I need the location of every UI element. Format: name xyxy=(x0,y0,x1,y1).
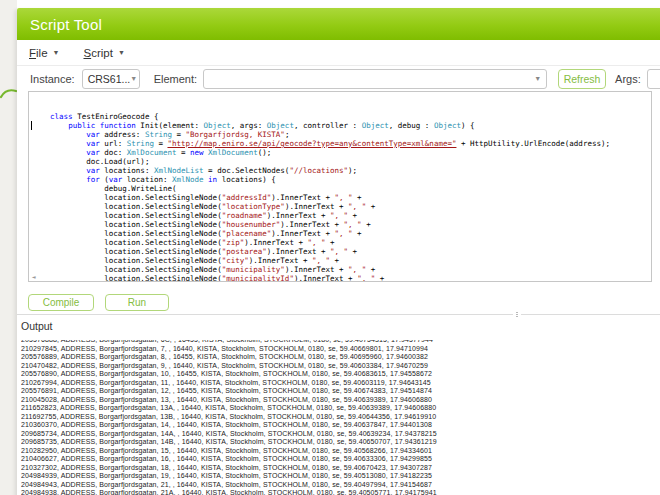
code-line: for (var location: XmlNode in locations)… xyxy=(32,175,651,184)
scroll-left-arrow-icon[interactable]: ◄ xyxy=(32,274,36,280)
menu-script[interactable]: Script ▼ xyxy=(83,47,124,59)
splitter[interactable] xyxy=(17,314,660,315)
output-panel[interactable]: 205576888, ADDRESS, Borgarfjordsgatan, 6… xyxy=(21,340,660,495)
output-row: 210282950, ADDRESS, Borgarfjordsgatan, 1… xyxy=(21,447,660,456)
menu-script-label: Script xyxy=(83,47,112,59)
refresh-button[interactable]: Refresh xyxy=(558,69,606,89)
output-row: 210470482, ADDRESS, Borgarfjordsgatan, 9… xyxy=(21,362,660,371)
output-row: 205576890, ADDRESS, Borgarfjordsgatan, 1… xyxy=(21,370,660,379)
code-line: doc.Load(url); xyxy=(32,157,651,166)
menu-file-label: File xyxy=(29,47,48,59)
toolbar: Instance: CRS61... ▼ Element: ▼ Refresh … xyxy=(17,66,660,91)
code-line: var url: String = "http://map.eniro.se/a… xyxy=(32,139,651,148)
code-line: location.SelectSingleNode("municipalityI… xyxy=(32,274,651,282)
output-row: 211652823, ADDRESS, Borgarfjordsgatan, 1… xyxy=(21,404,660,413)
code-line: var address: String = "Borgarfjordsg, KI… xyxy=(32,130,651,139)
args-input[interactable] xyxy=(647,69,660,89)
run-button[interactable]: Run xyxy=(105,294,169,311)
menu-file[interactable]: File ▼ xyxy=(29,47,59,59)
titlebar[interactable]: Script Tool xyxy=(17,8,660,40)
element-label: Element: xyxy=(154,73,197,85)
window-title: Script Tool xyxy=(17,16,102,33)
code-line: public function Init(element: Object, ar… xyxy=(32,121,651,130)
output-row: 205576891, ADDRESS, Borgarfjordsgatan, 1… xyxy=(21,387,660,396)
code-line: location.SelectSingleNode("roadname").In… xyxy=(32,211,651,220)
chevron-down-icon: ▼ xyxy=(53,49,60,56)
chevron-down-icon: ▼ xyxy=(534,75,541,82)
text-cursor xyxy=(31,121,32,130)
splitter-grip-icon[interactable] xyxy=(513,311,521,318)
chevron-down-icon: ▼ xyxy=(118,49,125,56)
args-label: Args: xyxy=(615,73,641,85)
output-row: 204984938, ADDRESS, Borgarfjordsgatan, 2… xyxy=(21,489,660,495)
chevron-down-icon: ▼ xyxy=(130,75,137,82)
code-line: location.SelectSingleNode("locationType"… xyxy=(32,202,651,211)
code-line: debug.WriteLine( xyxy=(32,184,651,193)
output-row: 204984943, ADDRESS, Borgarfjordsgatan, 2… xyxy=(21,481,660,490)
script-tool-window: Script Tool File ▼ Script ▼ Instance: CR… xyxy=(17,8,660,495)
output-label: Output xyxy=(21,320,53,332)
output-row: 210045028, ADDRESS, Borgarfjordsgatan, 1… xyxy=(21,396,660,405)
desktop-background-strip xyxy=(0,0,17,495)
code-line: class TestEniroGeocode { xyxy=(32,112,651,121)
code-line: location.SelectSingleNode("postarea").In… xyxy=(32,247,651,256)
output-row: 210360370, ADDRESS, Borgarfjordsgatan, 1… xyxy=(21,421,660,430)
code-line: var locations: XmlNodeList = doc.SelectN… xyxy=(32,166,651,175)
code-line: location.SelectSingleNode("addressId").I… xyxy=(32,193,651,202)
code-editor[interactable]: class TestEniroGeocode { public function… xyxy=(28,91,652,282)
output-row: 210297845, ADDRESS, Borgarfjordsgatan, 7… xyxy=(21,345,660,354)
output-row: 210267994, ADDRESS, Borgarfjordsgatan, 1… xyxy=(21,379,660,388)
code-line: var doc: XmlDocument = new XmlDocument()… xyxy=(32,148,651,157)
output-row: 210406627, ADDRESS, Borgarfjordsgatan, 1… xyxy=(21,455,660,464)
element-select[interactable]: ▼ xyxy=(203,69,547,89)
output-row: 210327302, ADDRESS, Borgarfjordsgatan, 1… xyxy=(21,464,660,473)
action-buttons: Compile Run xyxy=(28,294,169,311)
compile-button[interactable]: Compile xyxy=(28,294,94,311)
code-line: location.SelectSingleNode("placename").I… xyxy=(32,229,651,238)
instance-select-value: CRS61... xyxy=(88,73,131,85)
instance-select[interactable]: CRS61... ▼ xyxy=(82,69,140,89)
output-rows: 205576888, ADDRESS, Borgarfjordsgatan, 6… xyxy=(21,340,660,495)
instance-label: Instance: xyxy=(30,73,75,85)
code-line: location.SelectSingleNode("housenumber")… xyxy=(32,220,651,229)
code-line: location.SelectSingleNode("municipality"… xyxy=(32,265,651,274)
output-row: 209685735, ADDRESS, Borgarfjordsgatan, 1… xyxy=(21,438,660,447)
code-lines: class TestEniroGeocode { public function… xyxy=(32,112,651,282)
output-row: 204984939, ADDRESS, Borgarfjordsgatan, 1… xyxy=(21,472,660,481)
output-row: 209685734, ADDRESS, Borgarfjordsgatan, 1… xyxy=(21,430,660,439)
output-row: 211692755, ADDRESS, Borgarfjordsgatan, 1… xyxy=(21,413,660,422)
menubar: File ▼ Script ▼ xyxy=(17,40,660,66)
background-logo-swoosh-icon xyxy=(0,84,17,102)
code-line: location.SelectSingleNode("zip").InnerTe… xyxy=(32,238,651,247)
output-row: 205576889, ADDRESS, Borgarfjordsgatan, 8… xyxy=(21,353,660,362)
code-line: location.SelectSingleNode("city").InnerT… xyxy=(32,256,651,265)
